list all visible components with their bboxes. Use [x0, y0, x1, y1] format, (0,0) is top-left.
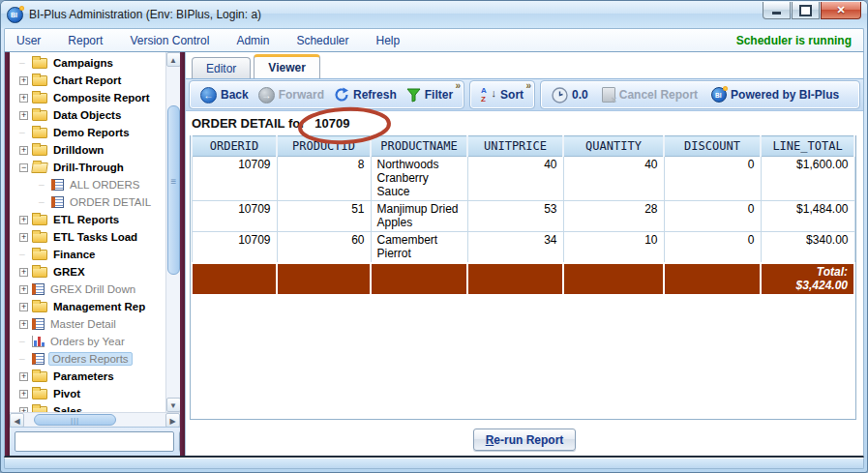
tree-item-all-orders[interactable]: ALL ORDERS — [10, 176, 165, 193]
column-header[interactable]: LINE_TOTAL — [761, 136, 854, 157]
expand-icon[interactable] — [19, 233, 28, 242]
collapse-icon[interactable] — [19, 163, 28, 172]
refresh-icon — [334, 87, 349, 103]
tree-item-pivot[interactable]: Pivot — [10, 385, 165, 402]
tree-connector — [39, 198, 47, 207]
folder-icon — [32, 250, 47, 260]
tree-item-orders-reports[interactable]: Orders Reports — [10, 350, 165, 368]
scroll-up-arrow[interactable]: ▲ — [166, 52, 181, 67]
tree-item-composite-report[interactable]: Composite Report — [10, 89, 165, 106]
table-row[interactable]: 10709 8 Northwoods Cranberry Sauce 40 40… — [192, 157, 854, 201]
scroll-thumb[interactable] — [167, 105, 180, 275]
expand-icon[interactable] — [19, 268, 28, 277]
tree-item-grex[interactable]: GREX — [10, 263, 165, 281]
expand-icon[interactable] — [19, 320, 28, 329]
tab-editor[interactable]: Editor — [192, 57, 251, 78]
sort-button[interactable]: ↓Sort — [481, 87, 524, 103]
tree-item-demo-reports[interactable]: Demo Reports — [10, 124, 165, 141]
tree-item-drill-through[interactable]: Drill-Through — [10, 159, 165, 176]
tree-item-drilldown[interactable]: Drilldown — [10, 141, 165, 159]
tree-horizontal-scrollbar[interactable]: ◀ ||| ▶ — [10, 412, 180, 427]
scroll-thumb[interactable]: ||| — [34, 414, 116, 426]
tree-item-management-reports[interactable]: Management Rep — [10, 298, 165, 315]
tree-item-master-detail[interactable]: Master Detail — [10, 315, 165, 333]
main-area: Campaigns Chart Report Composite Report … — [4, 52, 864, 458]
report-tree: Campaigns Chart Report Composite Report … — [10, 52, 165, 412]
folder-icon — [32, 75, 47, 86]
tree-item-campaigns[interactable]: Campaigns — [10, 54, 165, 72]
scroll-right-arrow[interactable]: ▶ — [165, 413, 180, 428]
expand-icon[interactable] — [19, 390, 28, 399]
tree-item-etl-tasks-load[interactable]: ETL Tasks Load — [10, 228, 165, 246]
search-panel: Search — [10, 427, 180, 456]
column-header[interactable]: PRODUCTID — [277, 136, 371, 157]
tree-vertical-scrollbar[interactable]: ▲ ▼ — [165, 52, 180, 412]
close-button[interactable] — [821, 2, 861, 19]
minimize-button[interactable] — [763, 2, 791, 19]
column-header[interactable]: ORDERID — [192, 136, 277, 157]
cell-orderid: 10709 — [192, 157, 277, 201]
cancel-report-icon — [602, 87, 615, 103]
menu-version-control[interactable]: Version Control — [130, 34, 209, 47]
back-button[interactable]: Back — [200, 87, 249, 103]
expand-icon[interactable] — [19, 303, 28, 311]
menu-report[interactable]: Report — [68, 34, 103, 47]
menu-admin[interactable]: Admin — [236, 34, 269, 47]
forward-button[interactable]: Forward — [258, 87, 324, 103]
folder-icon — [32, 389, 47, 399]
viewer-panel: Editor Viewer Back Forward Refresh Filte… — [185, 52, 863, 456]
tree-item-data-objects[interactable]: Data Objects — [10, 106, 165, 124]
menu-user[interactable]: User — [16, 34, 41, 47]
cell-discount: 0 — [664, 232, 761, 264]
table-row[interactable]: 10709 51 Manjimup Dried Apples 53 28 0 $… — [192, 201, 854, 232]
folder-icon — [32, 406, 47, 413]
maximize-button[interactable] — [792, 2, 820, 19]
expand-icon[interactable] — [19, 94, 28, 103]
bi-plus-logo-icon — [711, 87, 727, 103]
report-icon — [51, 179, 64, 191]
overflow-chevron-icon[interactable] — [526, 80, 532, 91]
filter-button[interactable]: Filter — [406, 88, 453, 103]
sort-toolbar-group: ↓Sort — [470, 81, 534, 108]
column-header[interactable]: QUANTITY — [563, 136, 664, 157]
menu-help[interactable]: Help — [375, 34, 400, 47]
cell-orderid: 10709 — [192, 201, 277, 232]
expand-icon[interactable] — [19, 146, 28, 155]
scroll-left-arrow[interactable]: ◀ — [10, 413, 24, 428]
tree-item-chart-report[interactable]: Chart Report — [10, 72, 165, 89]
tab-bar: Editor Viewer — [186, 52, 863, 78]
column-header[interactable]: UNITPRICE — [467, 136, 563, 157]
tree-item-etl-reports[interactable]: ETL Reports — [10, 211, 165, 228]
refresh-button[interactable]: Refresh — [334, 87, 397, 103]
report-title-prefix: ORDER DETAIL for — [192, 116, 305, 131]
tree-item-order-detail[interactable]: ORDER DETAIL — [10, 193, 165, 211]
menu-scheduler[interactable]: Scheduler — [296, 34, 348, 47]
expand-icon[interactable] — [19, 216, 28, 224]
cancel-report-button[interactable]: Cancel Report — [602, 87, 698, 103]
cell-unitprice: 34 — [467, 232, 563, 264]
expand-icon[interactable] — [19, 76, 28, 85]
table-row[interactable]: 10709 60 Camembert Pierrot 34 10 0 $340.… — [192, 232, 854, 264]
tree-item-orders-by-year[interactable]: Orders by Year — [10, 333, 165, 350]
tree-item-parameters[interactable]: Parameters — [10, 368, 165, 385]
tab-viewer[interactable]: Viewer — [254, 54, 319, 78]
tree-item-sales[interactable]: Sales — [10, 402, 165, 412]
tree-item-grex-drill-down[interactable]: GREX Drill Down — [10, 281, 165, 298]
title-bar: BI-Plus Administration (Env: BIPlus, Log… — [1, 1, 867, 28]
tree-item-finance[interactable]: Finance — [10, 246, 165, 263]
cell-productname: Manjimup Dried Apples — [371, 201, 467, 232]
expand-icon[interactable] — [19, 111, 28, 120]
rerun-report-button[interactable]: Re-run Report — [473, 429, 577, 451]
cell-line-total: $340.00 — [761, 232, 854, 264]
annotated-order-id: 10709 — [311, 116, 353, 131]
column-header[interactable]: DISCOUNT — [664, 136, 761, 157]
search-input[interactable] — [15, 431, 174, 452]
overflow-chevron-icon[interactable] — [456, 80, 462, 91]
expand-icon[interactable] — [19, 285, 28, 294]
folder-icon — [32, 267, 47, 278]
column-header[interactable]: PRODUCTNAME — [371, 136, 467, 157]
expand-icon[interactable] — [19, 407, 28, 413]
expand-icon[interactable] — [19, 372, 28, 381]
order-detail-table: ORDERID PRODUCTID PRODUCTNAME UNITPRICE … — [191, 135, 855, 296]
scroll-down-arrow[interactable]: ▼ — [166, 398, 181, 412]
